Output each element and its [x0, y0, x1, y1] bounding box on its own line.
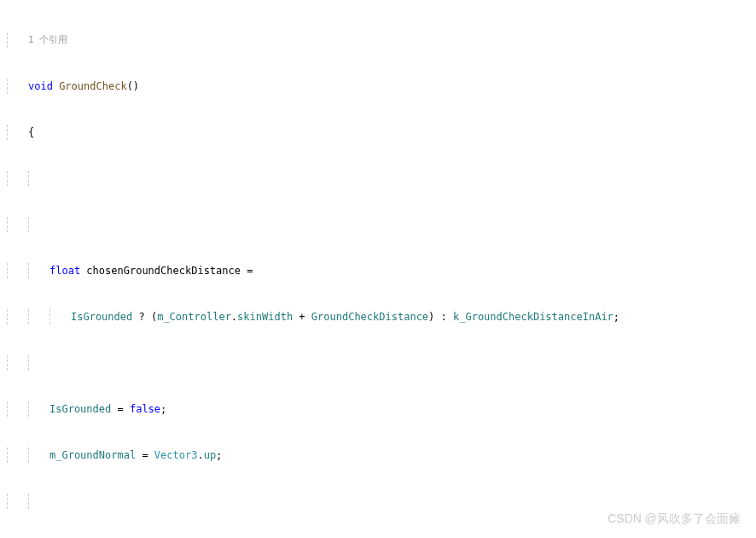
code-line: { — [28, 125, 34, 140]
code-line: float chosenGroundCheckDistance = — [49, 263, 259, 278]
code-line: void GroundCheck() — [28, 79, 139, 94]
code-editor[interactable]: 1 个引用 void GroundCheck() { float chosenG… — [0, 0, 756, 538]
reference-count[interactable]: 1 个引用 — [28, 33, 67, 48]
code-line: IsGrounded = false; — [49, 401, 166, 417]
code-line: m_GroundNormal = Vector3.up; — [49, 447, 222, 463]
watermark: CSDN @风吹多了会面瘫 — [608, 510, 741, 528]
code-line: IsGrounded ? (m_Controller.skinWidth + G… — [71, 309, 619, 325]
